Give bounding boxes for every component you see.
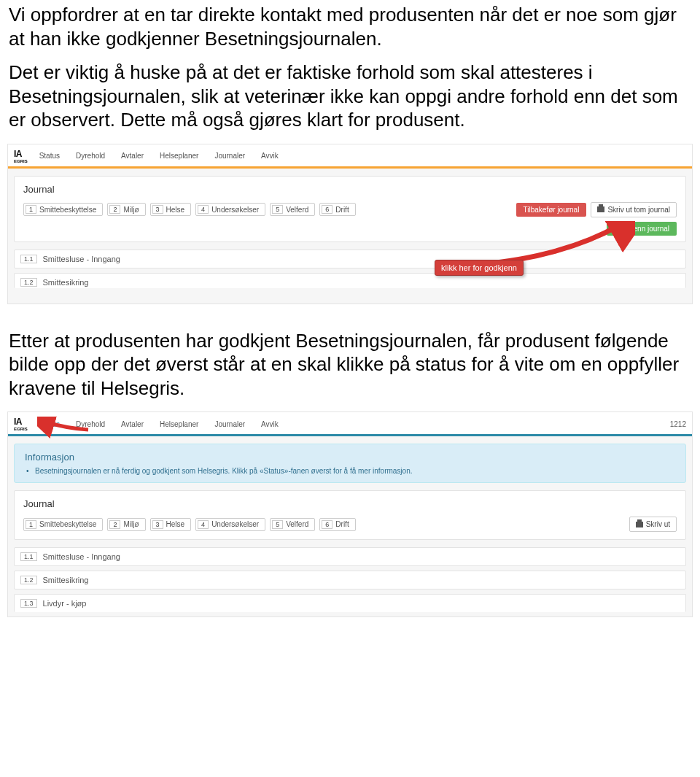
- screenshot-1: IA EGRIS Status Dyrehold Avtaler Helsepl…: [7, 144, 693, 304]
- tab-6[interactable]: 6Drift: [319, 203, 355, 216]
- tab-3[interactable]: 3Helse: [150, 203, 192, 216]
- tab2-4[interactable]: 4Undersøkelser: [195, 518, 265, 531]
- paragraph-3: Etter at produsenten har godkjent Besetn…: [0, 326, 700, 408]
- subrow2-1-2[interactable]: 1.2 Smittesikring: [14, 571, 686, 589]
- nav-journaler[interactable]: Journaler: [214, 152, 245, 160]
- info-title: Informasjon: [25, 452, 675, 463]
- tabs-row-1: 1Smittebeskyttelse 2Miljø 3Helse 4Unders…: [23, 202, 677, 217]
- tab-2[interactable]: 2Miljø: [107, 203, 145, 216]
- subrow2-1-1[interactable]: 1.1 Smittesluse - Inngang: [14, 547, 686, 566]
- tab2-1[interactable]: 1Smittebeskyttelse: [23, 518, 103, 531]
- panel-title-2: Journal: [23, 498, 677, 509]
- btn-tilbakefor[interactable]: Tilbakefør journal: [516, 203, 587, 217]
- subrow2-1-3[interactable]: 1.3 Livdyr - kjøp: [14, 594, 686, 612]
- nav2-avvik[interactable]: Avvik: [261, 420, 279, 428]
- paragraph-1: Vi oppfordrer at en tar direkte kontakt …: [0, 0, 700, 58]
- nav2-avtaler[interactable]: Avtaler: [121, 420, 144, 428]
- nav-bar-2: IA EGRIS Status Dyrehold Avtaler Helsepl…: [8, 412, 692, 434]
- nav2-helseplaner[interactable]: Helseplaner: [160, 420, 198, 428]
- nav-status[interactable]: Status: [39, 152, 60, 160]
- logo-2: IA EGRIS: [14, 417, 28, 431]
- tab-5[interactable]: 5Velferd: [270, 203, 315, 216]
- journal-panel-2: Journal 1Smittebeskyttelse 2Miljø 3Helse…: [14, 490, 686, 540]
- info-panel: Informasjon Besetningsjournalen er nå fe…: [14, 444, 686, 483]
- callout-godkjenn: klikk her for godkjenn: [435, 260, 524, 276]
- arrow-status: [37, 417, 110, 438]
- nav-helseplaner[interactable]: Helseplaner: [160, 152, 198, 160]
- top-right-number: 1212: [670, 420, 686, 428]
- panel-title: Journal: [23, 184, 677, 195]
- nav2-journaler[interactable]: Journaler: [214, 420, 245, 428]
- nav-avvik[interactable]: Avvik: [261, 152, 279, 160]
- tab2-2[interactable]: 2Miljø: [107, 518, 145, 531]
- tab2-5[interactable]: 5Velferd: [270, 518, 315, 531]
- btn-print-empty[interactable]: Skriv ut tom journal: [591, 202, 677, 217]
- nav-bar-1: IA EGRIS Status Dyrehold Avtaler Helsepl…: [8, 144, 692, 166]
- accent-bar-2: [8, 434, 692, 436]
- tab2-6[interactable]: 6Drift: [319, 518, 355, 531]
- tab-1[interactable]: 1Smittebeskyttelse: [23, 203, 103, 216]
- logo: IA EGRIS: [14, 149, 28, 163]
- print-icon-2: [636, 522, 643, 527]
- subrow-1-2[interactable]: 1.2 Smittesikring: [14, 273, 686, 288]
- nav-dyrehold[interactable]: Dyrehold: [76, 152, 105, 160]
- print-icon: [597, 206, 604, 212]
- paragraph-2: Det er viktig å huske på at det er fakti…: [0, 58, 700, 139]
- tab-4[interactable]: 4Undersøkelser: [195, 203, 265, 216]
- nav-avtaler[interactable]: Avtaler: [121, 152, 144, 160]
- accent-bar: [8, 166, 692, 169]
- tabs-row-2: 1Smittebeskyttelse 2Miljø 3Helse 4Unders…: [23, 517, 677, 532]
- btn-print[interactable]: Skriv ut: [629, 517, 677, 532]
- tab2-3[interactable]: 3Helse: [150, 518, 192, 531]
- info-text: Besetningsjournalen er nå ferdig og godk…: [25, 467, 675, 475]
- screenshot-2: IA EGRIS Status Dyrehold Avtaler Helsepl…: [7, 411, 693, 617]
